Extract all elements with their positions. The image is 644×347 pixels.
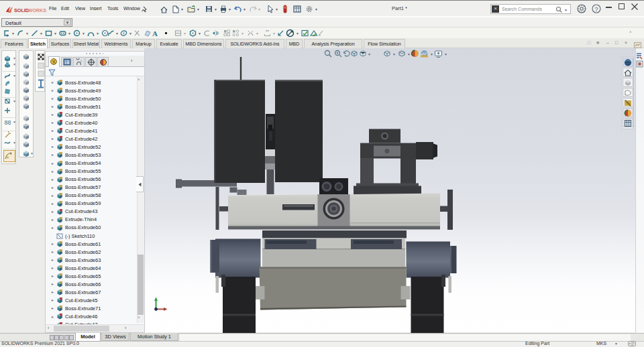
svg-text:88: 88 <box>5 119 11 125</box>
